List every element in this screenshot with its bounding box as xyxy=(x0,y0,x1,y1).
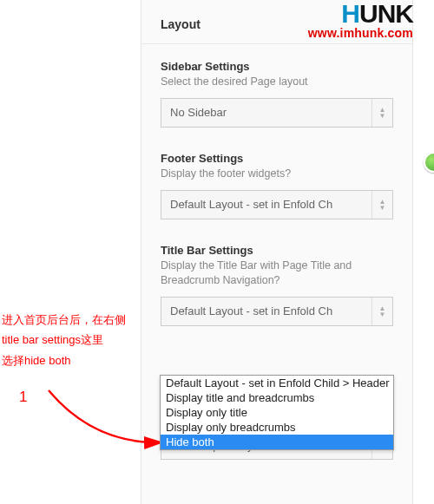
footer-settings-title: Footer Settings xyxy=(161,152,393,165)
updown-icon: ▲▼ xyxy=(372,191,392,219)
annotation-line-2: title bar settings这里 xyxy=(2,330,139,350)
titlebar-dropdown-list[interactable]: Default Layout - set in Enfold Child > H… xyxy=(160,375,394,450)
dropdown-option[interactable]: Display only breadcrumbs xyxy=(161,420,393,435)
sidebar-settings-title: Sidebar Settings xyxy=(161,60,393,73)
dropdown-option[interactable]: Display only title xyxy=(161,405,393,420)
titlebar-settings-section: Title Bar Settings Display the Title Bar… xyxy=(141,228,412,335)
sidebar-select-value: No Sidebar xyxy=(161,106,372,119)
annotation-line-1: 进入首页后台后，在右侧 xyxy=(2,310,139,330)
footer-settings-desc: Display the footer widgets? xyxy=(161,167,393,181)
watermark: HUNK www.imhunk.com xyxy=(308,2,413,40)
updown-icon: ▲▼ xyxy=(372,298,392,325)
footer-settings-section: Footer Settings Display the footer widge… xyxy=(141,136,412,228)
annotation-line-3: 选择hide both xyxy=(2,350,139,370)
watermark-rest: UNK xyxy=(359,0,413,28)
footer-select-value: Default Layout - set in Enfold Ch xyxy=(161,198,372,211)
dropdown-option[interactable]: Hide both xyxy=(161,435,393,449)
watermark-logo: HUNK xyxy=(308,2,413,26)
sidebar-select[interactable]: No Sidebar ▲▼ xyxy=(161,98,393,128)
sidebar-settings-desc: Select the desired Page layout xyxy=(161,75,393,89)
annotation-number: 1 xyxy=(19,389,27,406)
watermark-url: www.imhunk.com xyxy=(308,26,413,40)
titlebar-settings-title: Title Bar Settings xyxy=(161,244,393,257)
watermark-h: H xyxy=(341,0,359,28)
titlebar-settings-desc: Display the Title Bar with Page Title an… xyxy=(161,259,393,288)
updown-icon: ▲▼ xyxy=(372,99,392,127)
edge-badge-icon xyxy=(424,152,434,173)
footer-select[interactable]: Default Layout - set in Enfold Ch ▲▼ xyxy=(161,190,393,219)
titlebar-select[interactable]: Default Layout - set in Enfold Ch ▲▼ xyxy=(161,297,393,326)
annotation-text: 进入首页后台后，在右侧 title bar settings这里 选择hide … xyxy=(2,310,139,370)
dropdown-option[interactable]: Display title and breadcrumbs xyxy=(161,390,393,405)
titlebar-select-value: Default Layout - set in Enfold Ch xyxy=(161,304,372,317)
sidebar-settings-section: Sidebar Settings Select the desired Page… xyxy=(141,44,412,136)
dropdown-option[interactable]: Default Layout - set in Enfold Child > H… xyxy=(161,376,393,390)
